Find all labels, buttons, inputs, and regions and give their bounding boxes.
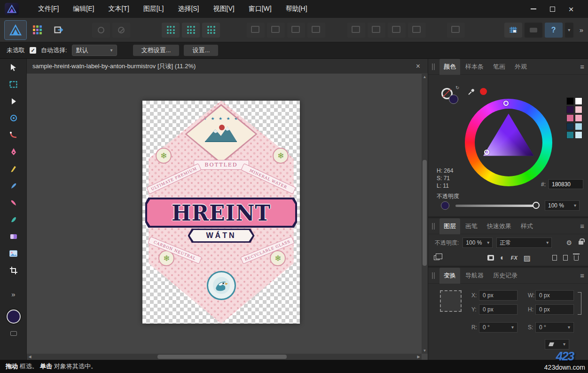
- w-input[interactable]: 0 px: [535, 290, 574, 301]
- horizontal-scrollbar[interactable]: ◀ ▶: [27, 354, 422, 360]
- move-tool-button[interactable]: [0, 59, 27, 76]
- arrange-forward-button[interactable]: [267, 23, 285, 38]
- align-right-button[interactable]: [388, 23, 406, 38]
- document-close-button[interactable]: ×: [414, 62, 422, 71]
- align-center-button[interactable]: [368, 23, 385, 38]
- swatch[interactable]: [575, 97, 582, 105]
- shear-mode-dropdown[interactable]: ▾: [545, 339, 569, 349]
- document-tab[interactable]: sample-hreint-watn-label-by-anton-burmis…: [27, 59, 428, 74]
- opacity-slider-knob[interactable]: [533, 202, 540, 209]
- blend-mode-dropdown[interactable]: 正常 ▾: [496, 238, 552, 248]
- arrange-front-button[interactable]: [247, 23, 265, 38]
- menu-text[interactable]: 文本[T]: [101, 0, 136, 17]
- new-layer-icon[interactable]: [552, 255, 557, 261]
- crop-tool-button[interactable]: [0, 262, 27, 279]
- hex-input[interactable]: 180830: [549, 179, 583, 189]
- menu-layer[interactable]: 图层[L]: [136, 0, 171, 17]
- hints-dropdown-button[interactable]: ▾: [565, 23, 573, 38]
- hue-selector[interactable]: [503, 101, 509, 106]
- mask-layer-icon[interactable]: [487, 255, 494, 261]
- anchor-selector[interactable]: [440, 290, 462, 312]
- tab-stroke[interactable]: 笔画: [489, 59, 510, 75]
- arrange-back-button[interactable]: [307, 23, 325, 38]
- export-persona-button[interactable]: [48, 21, 70, 40]
- document-setup-button[interactable]: 文档设置...: [133, 45, 180, 56]
- panel-menu-icon[interactable]: ≡: [580, 63, 584, 71]
- tab-quick-fx[interactable]: 快速效果: [483, 218, 516, 234]
- toolbar-overflow-button[interactable]: »: [580, 26, 583, 34]
- pen-tool-button[interactable]: [0, 143, 27, 160]
- link-dimensions-icon[interactable]: [578, 292, 581, 315]
- swatch[interactable]: [566, 131, 574, 139]
- panel-grip[interactable]: [432, 63, 435, 70]
- node-tool-button[interactable]: [0, 93, 27, 110]
- close-button[interactable]: ×: [562, 2, 580, 16]
- preview-mode-button[interactable]: [525, 23, 542, 38]
- eyedropper-icon[interactable]: [468, 87, 476, 95]
- point-transform-tool-button[interactable]: [0, 110, 27, 127]
- pixel-persona-button[interactable]: [26, 21, 48, 40]
- adjustment-layer-icon[interactable]: ◐: [500, 254, 505, 262]
- snap-grid-button-3[interactable]: [202, 23, 220, 38]
- scroll-right-icon[interactable]: ▶: [416, 354, 422, 360]
- tab-styles[interactable]: 样式: [517, 218, 537, 234]
- swatch[interactable]: [566, 106, 574, 113]
- canvas[interactable]: ★ ★ ★ ★ ★ ❄ ❄ ❄ ❄ BOTTLED ULTIMATE PREMI…: [27, 74, 428, 360]
- pattern-layer-icon[interactable]: ▨: [524, 254, 531, 262]
- image-tool-button[interactable]: [0, 245, 27, 262]
- swatch[interactable]: [575, 123, 582, 130]
- settings-button[interactable]: 设置...: [184, 45, 218, 56]
- vertical-scrollbar[interactable]: ▲ ▼: [422, 74, 428, 354]
- horizontal-scroll-thumb[interactable]: [157, 355, 287, 359]
- panel-menu-icon[interactable]: ≡: [580, 271, 584, 279]
- swap-colors-icon[interactable]: ↻: [455, 85, 459, 90]
- swatch[interactable]: [575, 114, 582, 122]
- gear-icon[interactable]: ⚙: [566, 239, 572, 246]
- pencil-tool-button[interactable]: [0, 160, 27, 177]
- tab-transform[interactable]: 变换: [439, 268, 460, 284]
- swatch[interactable]: [575, 106, 582, 113]
- color-mode-button[interactable]: [0, 325, 27, 342]
- tab-history[interactable]: 历史记录: [489, 268, 522, 284]
- minimize-button[interactable]: [524, 2, 543, 16]
- maximize-button[interactable]: [543, 2, 562, 16]
- menu-file[interactable]: 文件[F]: [31, 0, 66, 17]
- x-input[interactable]: 0 px: [479, 290, 517, 301]
- color-picker-button[interactable]: [112, 23, 130, 38]
- swatch[interactable]: [566, 114, 574, 122]
- duplicate-layer-icon[interactable]: [434, 255, 439, 260]
- layer-effects-icon[interactable]: FX: [511, 255, 517, 261]
- new-group-icon[interactable]: [563, 255, 568, 261]
- swatch[interactable]: [566, 123, 574, 130]
- tab-layers[interactable]: 图层: [439, 218, 460, 234]
- current-color-well[interactable]: [0, 308, 27, 325]
- h-input[interactable]: 0 px: [535, 304, 574, 315]
- tab-swatches[interactable]: 样本条: [461, 59, 488, 75]
- snap-grid-button-1[interactable]: [162, 23, 180, 38]
- tab-brushes[interactable]: 画笔: [461, 218, 482, 234]
- snap-grid-button-2[interactable]: [182, 23, 200, 38]
- fill-color-indicator[interactable]: [449, 95, 458, 104]
- menu-select[interactable]: 选择[S]: [171, 0, 206, 17]
- tools-expand-button[interactable]: »: [0, 286, 27, 302]
- menu-edit[interactable]: 编辑[E]: [66, 0, 101, 17]
- transform-mode-button[interactable]: [447, 23, 465, 38]
- panel-menu-icon[interactable]: ≡: [580, 222, 584, 230]
- shear-input[interactable]: 0 ° ▾: [535, 322, 574, 333]
- auto-select-dropdown[interactable]: 默认 ▾: [72, 45, 117, 56]
- y-input[interactable]: 0 px: [479, 304, 517, 315]
- picked-color-dot[interactable]: [480, 88, 487, 95]
- color-wheel[interactable]: [465, 99, 552, 186]
- tab-navigator[interactable]: 导航器: [461, 268, 488, 284]
- lock-icon[interactable]: [579, 241, 583, 245]
- menu-help[interactable]: 帮助[H]: [279, 0, 314, 17]
- panel-grip[interactable]: [432, 272, 435, 279]
- scroll-down-icon[interactable]: ▼: [422, 348, 428, 354]
- tab-appearance[interactable]: 外观: [510, 59, 531, 75]
- smudge-tool-button[interactable]: [0, 211, 27, 228]
- vertical-scroll-thumb[interactable]: [423, 160, 427, 266]
- trash-icon[interactable]: [574, 255, 579, 261]
- menu-view[interactable]: 视图[V]: [206, 0, 242, 17]
- tab-color[interactable]: 颜色: [439, 59, 460, 75]
- snapping-toggle-button[interactable]: [504, 23, 522, 38]
